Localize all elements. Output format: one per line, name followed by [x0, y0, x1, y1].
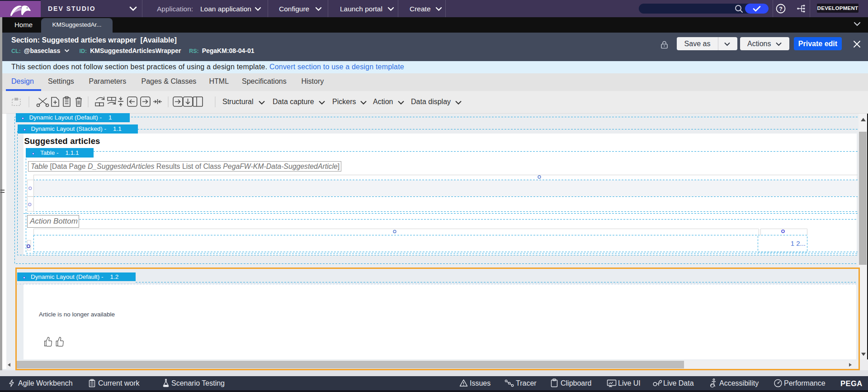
svg-text:?: ? [779, 6, 783, 12]
